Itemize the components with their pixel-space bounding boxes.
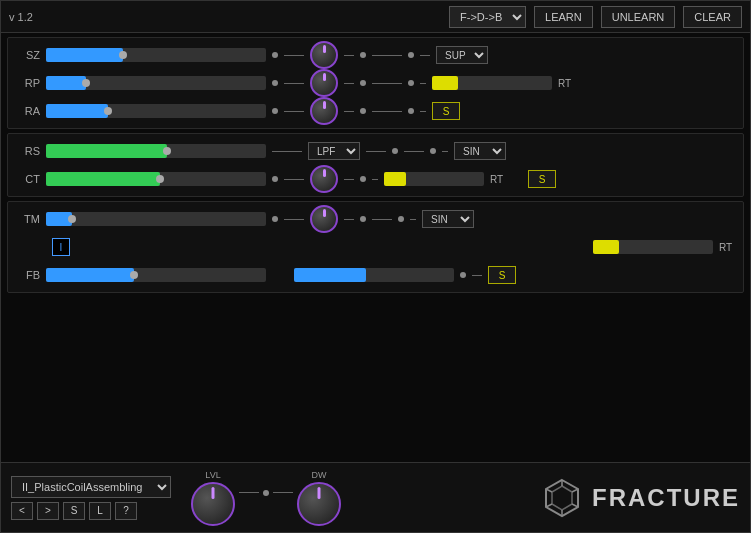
- conn-dot-rs: [392, 148, 398, 154]
- conn-line3: [410, 219, 416, 220]
- conn-dot-tm2: [360, 216, 366, 222]
- conn-line3: [420, 111, 426, 112]
- label-rp: RP: [16, 77, 40, 89]
- conn-line: [284, 219, 304, 220]
- conn-dot-rs2: [430, 148, 436, 154]
- rs-sin-dropdown[interactable]: SIN: [454, 142, 506, 160]
- conn-dot-ra: [272, 108, 278, 114]
- conn-dot-tm3: [398, 216, 404, 222]
- label-sz: SZ: [16, 49, 40, 61]
- conn-line2: [366, 151, 386, 152]
- main-knobs-area: LVL DW: [191, 470, 341, 526]
- knob-lvl-group: LVL: [191, 470, 235, 526]
- label-rs: RS: [16, 145, 40, 157]
- fb-s-button[interactable]: S: [488, 266, 516, 284]
- bottom-bar: II_PlasticCoilAssembling < > S L ? LVL D…: [1, 462, 750, 532]
- next-button[interactable]: >: [37, 502, 59, 520]
- rp-slider[interactable]: [46, 76, 266, 90]
- knob-dw-group: DW: [297, 470, 341, 526]
- unlearn-button[interactable]: UNLEARN: [601, 6, 676, 28]
- conn-line3: [420, 55, 430, 56]
- knob-tm[interactable]: [310, 205, 338, 233]
- row-sz: SZ SUP: [16, 44, 735, 66]
- knob-mid-dot: [263, 490, 269, 496]
- conn-line: [344, 111, 354, 112]
- conn-dot-rp2: [360, 80, 366, 86]
- conn-line: [344, 83, 354, 84]
- knob-ra[interactable]: [310, 97, 338, 125]
- section-1: SZ SUP RP: [7, 37, 744, 129]
- mode-select[interactable]: F->D->B: [449, 6, 526, 28]
- l-nav-button[interactable]: L: [89, 502, 111, 520]
- q-nav-button[interactable]: ?: [115, 502, 137, 520]
- conn-line3: [404, 151, 424, 152]
- rs-slider[interactable]: [46, 144, 266, 158]
- ct-slider[interactable]: [46, 172, 266, 186]
- fracture-logo-icon: [542, 478, 582, 518]
- rs-lpf-dropdown[interactable]: LPF: [308, 142, 360, 160]
- knob-ct[interactable]: [310, 165, 338, 193]
- conn-dot-sz3: [408, 52, 414, 58]
- conn-dot-ra2: [360, 108, 366, 114]
- clear-button[interactable]: CLEAR: [683, 6, 742, 28]
- tm-slider[interactable]: [46, 212, 266, 226]
- ra-s-button[interactable]: S: [432, 102, 460, 120]
- ra-slider[interactable]: [46, 104, 266, 118]
- conn-dot-rp: [272, 80, 278, 86]
- learn-button[interactable]: LEARN: [534, 6, 593, 28]
- conn-dot-ct2: [360, 176, 366, 182]
- ct-s-button[interactable]: S: [528, 170, 556, 188]
- sz-dropdown[interactable]: SUP: [436, 46, 488, 64]
- fb-slider2[interactable]: [294, 268, 454, 282]
- row-mid: I RT: [16, 236, 735, 258]
- top-bar: v 1.2 F->D->B LEARN UNLEARN CLEAR: [1, 1, 750, 33]
- conn-dot-ra3: [408, 108, 414, 114]
- mid-rt-label: RT: [719, 242, 735, 253]
- knob-lvl[interactable]: [191, 482, 235, 526]
- fracture-text: FRACTURE: [592, 484, 740, 512]
- row-rp: RP RT: [16, 72, 735, 94]
- conn-line: [272, 151, 302, 152]
- tm-sin-dropdown[interactable]: SIN: [422, 210, 474, 228]
- preset-nav: < > S L ?: [11, 502, 171, 520]
- conn-line2: [372, 83, 402, 84]
- section-3: TM SIN I: [7, 201, 744, 293]
- conn-dot-sz: [272, 52, 278, 58]
- prev-button[interactable]: <: [11, 502, 33, 520]
- conn-line4: [442, 151, 448, 152]
- svg-marker-1: [552, 486, 572, 510]
- knob-dw-label: DW: [312, 470, 327, 480]
- label-fb: FB: [16, 269, 40, 281]
- knob-conn: [239, 492, 259, 493]
- sections-area: SZ SUP RP: [1, 33, 750, 462]
- version-label: v 1.2: [9, 11, 33, 23]
- knob-sz[interactable]: [310, 41, 338, 69]
- mid-rt-slider[interactable]: [593, 240, 713, 254]
- sz-slider[interactable]: [46, 48, 266, 62]
- conn-line2: [372, 111, 402, 112]
- conn-line2: [372, 179, 378, 180]
- row-rs: RS LPF SIN: [16, 140, 735, 162]
- conn-line: [344, 179, 354, 180]
- i-button[interactable]: I: [52, 238, 70, 256]
- label-ra: RA: [16, 105, 40, 117]
- rp-rt-label: RT: [558, 78, 574, 89]
- fracture-logo: FRACTURE: [542, 478, 740, 518]
- conn-dot-tm: [272, 216, 278, 222]
- knob-conn2: [273, 492, 293, 493]
- conn-line: [344, 219, 354, 220]
- conn-line: [344, 55, 354, 56]
- label-tm: TM: [16, 213, 40, 225]
- s-nav-button[interactable]: S: [63, 502, 85, 520]
- ct-rt-slider[interactable]: [384, 172, 484, 186]
- knob-rp[interactable]: [310, 69, 338, 97]
- row-ct: CT RT S: [16, 168, 735, 190]
- knob-lvl-label: LVL: [205, 470, 220, 480]
- section-2: RS LPF SIN CT: [7, 133, 744, 197]
- conn-dot-rp3: [408, 80, 414, 86]
- fb-slider[interactable]: [46, 268, 266, 282]
- preset-select[interactable]: II_PlasticCoilAssembling: [11, 476, 171, 498]
- rp-rt-slider[interactable]: [432, 76, 552, 90]
- conn-line: [284, 179, 304, 180]
- knob-dw[interactable]: [297, 482, 341, 526]
